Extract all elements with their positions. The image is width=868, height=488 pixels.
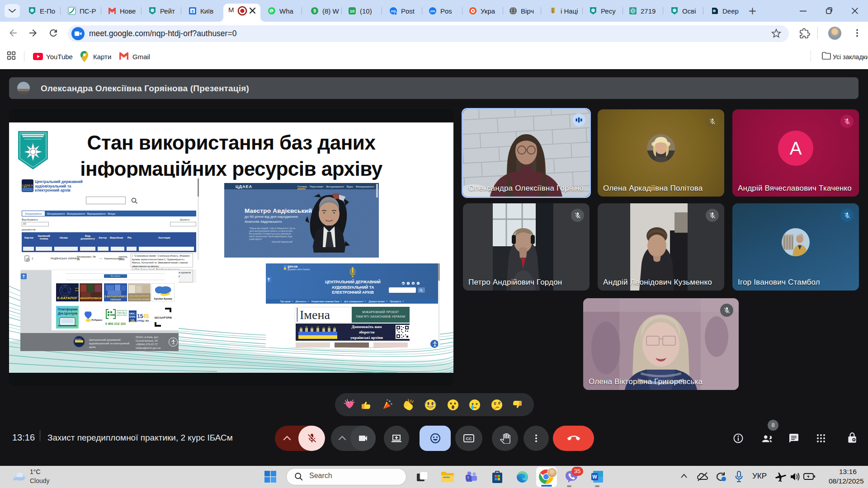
svg-text:КІНОЛІТОПИСИ: КІНОЛІТОПИСИ [80, 296, 102, 300]
svg-text:БЕЗКОШТОВНА: БЕЗКОШТОВНА [117, 310, 127, 312]
svg-text:0 800 213 103: 0 800 213 103 [105, 322, 126, 325]
svg-text:БЕЗ БАР’ЄРІВ: БЕЗ БАР’ЄРІВ [155, 316, 172, 319]
svg-text:центральний: центральний [75, 287, 79, 289]
svg-text:УРЯДОВА: УРЯДОВА [137, 319, 149, 322]
svg-text:T: T [467, 476, 469, 480]
svg-text:◎: ◎ [412, 282, 415, 285]
svg-text:Дія.Центрів: Дія.Центрів [58, 311, 77, 315]
svg-text:читальними залами: читальними залами [129, 298, 150, 300]
svg-text:8: 8 [191, 9, 193, 14]
svg-text:zm: zm [430, 9, 435, 13]
svg-text:Платформа: Платформа [58, 307, 78, 311]
svg-text:9: 9 [313, 9, 316, 14]
svg-text:15: 15 [137, 313, 143, 319]
svg-text:3D-ЕКСКУРСІЯ: 3D-ЕКСКУРСІЯ [129, 295, 149, 297]
svg-text:#UAразом: #UAразом [91, 319, 102, 321]
svg-text:Е-КАТАЛОГ: Е-КАТАЛОГ [57, 296, 78, 300]
svg-text:державний: державний [75, 290, 79, 291]
svg-text:10: 10 [350, 9, 355, 14]
svg-text:УКРАЇНИ: УКРАЇНИ [110, 298, 121, 301]
svg-text:ПРАВОВА ДОПОМОГА: ПРАВОВА ДОПОМОГА [117, 312, 127, 314]
svg-text:GOV.: GOV. [129, 315, 136, 318]
svg-text:Архіви Криму: Архіви Криму [154, 297, 172, 300]
svg-text:W: W [592, 474, 597, 479]
svg-text:CC: CC [466, 436, 472, 441]
svg-text:▶: ▶ [402, 282, 404, 285]
svg-text:45: 45 [143, 313, 149, 319]
svg-text:UKC.: UKC. [129, 312, 136, 315]
svg-text:ДЛЯ КОЖНОГО: ДЛЯ КОЖНОГО [117, 314, 127, 316]
svg-text:З ФОТОЛІТОПИСУ: З ФОТОЛІТОПИСУ [104, 295, 127, 298]
